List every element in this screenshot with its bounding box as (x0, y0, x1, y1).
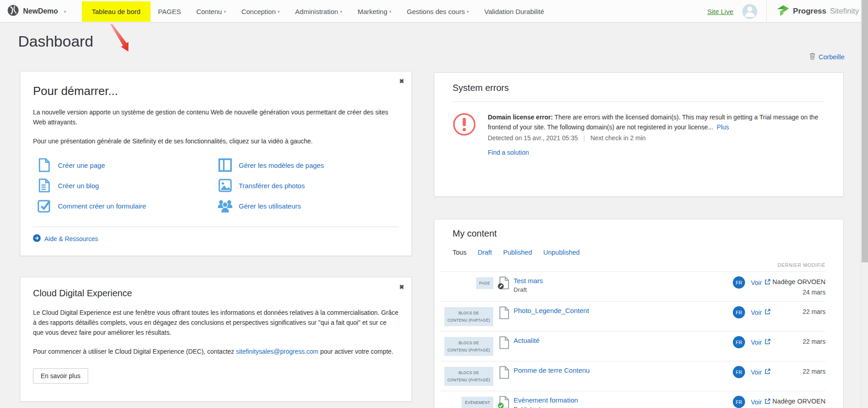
external-link-icon (764, 308, 771, 316)
site-name: NewDemo (23, 7, 58, 15)
nav-item[interactable]: Validation Durabilité (476, 0, 552, 23)
content-row: ÉVÈNEMENT Evènement formation Published … (440, 391, 826, 408)
error-message: Domain license error: There are errors w… (488, 113, 825, 132)
content-item-link[interactable]: Test mars (514, 277, 543, 285)
site-selector[interactable]: NewDemo ▾ (7, 0, 66, 23)
external-link-icon (764, 338, 771, 346)
scrollbar-thumb[interactable] (862, 0, 868, 262)
external-link-icon (764, 279, 771, 286)
nav-item[interactable]: Administration ▾ (288, 0, 350, 23)
cloud-dec-title: Cloud Digital Experience (33, 288, 399, 299)
annotation-arrow (105, 23, 134, 54)
my-content-card: My content TousDraftPublishedUnpublished… (434, 219, 844, 408)
content-rows: DERNIER MODIFIÉ PAGE Test mars Draft FR … (440, 262, 837, 408)
error-exclamation-icon (453, 113, 476, 157)
content-row: BLOCS DECONTENU (PARTAGÉ) Pomme de terre… (440, 361, 826, 391)
create-form-icon (37, 199, 52, 213)
close-icon[interactable]: ✖ (399, 78, 404, 85)
trash-icon (809, 52, 816, 61)
divider (33, 227, 399, 227)
help-resources-link[interactable]: Aide & Ressources (33, 234, 399, 243)
error-row: Domain license error: There are errors w… (453, 113, 825, 157)
site-live-link[interactable]: Site Live (708, 8, 734, 15)
getting-started-link[interactable]: Comment créer un formulaire (37, 199, 217, 213)
user-avatar[interactable] (742, 4, 757, 19)
chevron-down-icon: ▾ (64, 9, 66, 14)
trash-link[interactable]: Corbeille (809, 52, 844, 61)
getting-started-paragraph-2: Pour une présentation générale de Sitefi… (33, 136, 399, 146)
my-content-title: My content (453, 228, 825, 239)
modified-date: 24 mars (771, 289, 826, 296)
content-filters: TousDraftPublishedUnpublished (453, 249, 825, 256)
chevron-down-icon: ▾ (340, 9, 342, 14)
cloud-dec-card: ✖ Cloud Digital Experience Le Cloud Digi… (20, 277, 412, 402)
sales-email-link[interactable]: sitefinitysales@progress.com (236, 348, 318, 355)
getting-started-link[interactable]: Créer un blog (37, 178, 217, 193)
error-body: Domain license error: There are errors w… (488, 113, 825, 157)
getting-started-title: Pour démarrer... (33, 84, 399, 98)
nav-item[interactable]: Gestions des cours ▾ (399, 0, 476, 23)
getting-started-card: ✖ Pour démarrer... La nouvelle version a… (20, 71, 412, 256)
nav-item[interactable]: Contenu ▾ (189, 0, 234, 23)
getting-started-link[interactable]: Créer une page (37, 158, 217, 172)
last-modified-header: DERNIER MODIFIÉ (440, 262, 826, 271)
globe-icon (7, 5, 19, 18)
page-title: Dashboard (18, 33, 93, 50)
nav-item[interactable]: PAGES (151, 0, 189, 23)
getting-started-link[interactable]: Gérer les utilisateurs (217, 199, 399, 213)
page-scrollbar[interactable] (861, 0, 868, 408)
content-filter[interactable]: Published (503, 249, 532, 256)
content-item-status: Published (514, 406, 733, 408)
language-badge: FR (733, 306, 745, 318)
view-link[interactable]: Voir (751, 308, 771, 316)
chevron-down-icon: ▾ (389, 9, 392, 14)
author-name: Nadège ORVOEN (771, 278, 826, 285)
create-blog-icon (37, 178, 52, 193)
find-solution-link[interactable]: Find a solution (488, 148, 529, 158)
content-filter[interactable]: Draft (478, 249, 492, 256)
modified-date: 22 mars (771, 368, 826, 375)
content-type-badge: ÉVÈNEMENT (462, 397, 493, 408)
content-row: BLOCS DECONTENU (PARTAGÉ) Photo_Legende_… (440, 301, 826, 331)
system-errors-title: System errors (453, 83, 825, 93)
person-icon (742, 4, 757, 19)
getting-started-link[interactable]: Gérer les modèles de pages (217, 158, 399, 172)
view-link[interactable]: Voir (751, 279, 771, 286)
page-file-icon (498, 306, 509, 321)
external-link-icon (764, 398, 771, 406)
content-item-status: Draft (514, 286, 733, 293)
manage-users-icon (217, 199, 233, 213)
more-link[interactable]: Plus (717, 123, 729, 131)
view-link[interactable]: Voir (751, 398, 771, 406)
content-type-badge: BLOCS DECONTENU (PARTAGÉ) (444, 307, 493, 326)
language-badge: FR (733, 276, 745, 289)
nav-item[interactable]: Marketing ▾ (350, 0, 399, 23)
getting-started-link[interactable]: Transférer des photos (217, 178, 399, 193)
content-filter[interactable]: Unpublished (543, 249, 580, 256)
content-type-badge: BLOCS DECONTENU (PARTAGÉ) (444, 367, 493, 386)
modified-date: 22 mars (771, 308, 826, 315)
external-link-icon (764, 368, 771, 376)
page-file-icon (498, 336, 509, 351)
content-item-link[interactable]: Actualité (514, 337, 540, 344)
create-page-icon (37, 158, 52, 172)
nav-item[interactable]: Tableau de bord (82, 1, 151, 22)
language-badge: FR (733, 396, 745, 408)
content-filter[interactable]: Tous (453, 249, 467, 256)
view-link[interactable]: Voir (751, 368, 771, 376)
content-item-link[interactable]: Photo_Legende_Content (514, 307, 589, 314)
author-name: Nadège ORVOEN (771, 398, 826, 405)
main-nav: Tableau de bord PAGES Contenu ▾ Concepti… (82, 0, 552, 23)
nav-item[interactable]: Conception ▾ (234, 0, 288, 23)
close-icon[interactable]: ✖ (399, 284, 404, 290)
view-link[interactable]: Voir (751, 338, 771, 346)
content-item-link[interactable]: Pomme de terre Contenu (514, 366, 590, 374)
divider (453, 101, 825, 102)
error-detected: Detected on 15 avr., 2021 05:35|Next che… (488, 133, 825, 143)
content-type-badge: PAGE (476, 277, 493, 289)
content-item-link[interactable]: Evènement formation (514, 396, 578, 404)
content-type-badge: BLOCS DECONTENU (PARTAGÉ) (444, 337, 493, 356)
page-templates-icon (217, 158, 233, 172)
learn-more-button[interactable]: En savoir plus (33, 368, 88, 384)
upload-photos-icon (217, 179, 233, 192)
